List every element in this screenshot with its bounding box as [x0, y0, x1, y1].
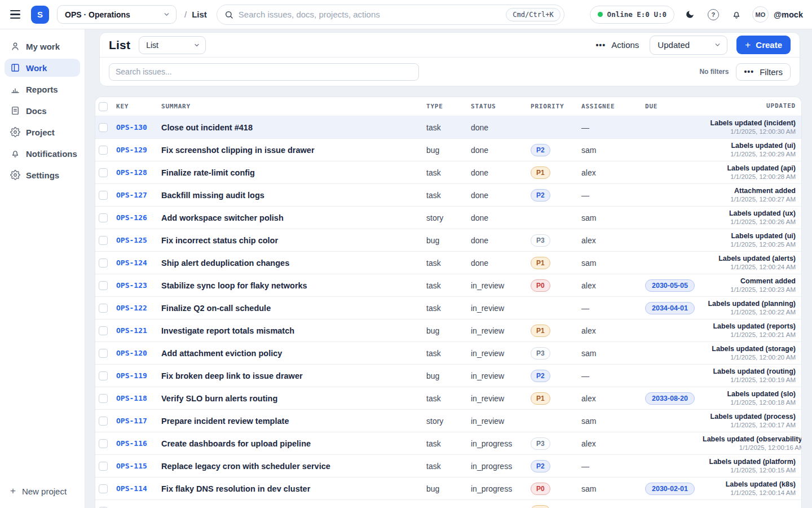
issue-key-link[interactable]: OPS-121 [116, 326, 161, 335]
issue-activity: Labels updated (slo) [727, 390, 796, 398]
table-row[interactable]: OPS-127 Backfill missing audit logs task… [95, 183, 801, 206]
row-checkbox[interactable] [99, 326, 108, 335]
issue-key-link[interactable]: OPS-125 [116, 236, 161, 244]
issue-key-link[interactable]: OPS-116 [116, 439, 161, 448]
table-row[interactable]: OPS-119 Fix broken deep link to issue dr… [95, 364, 801, 387]
sidebar-item-reports[interactable]: Reports [5, 80, 80, 98]
filters-button[interactable]: ••• Filters [736, 63, 791, 81]
theme-toggle-moon-icon[interactable] [683, 7, 698, 22]
workspace-selector[interactable]: OPS · Operations [57, 5, 176, 24]
issue-key-link[interactable]: OPS-129 [116, 146, 161, 154]
row-checkbox[interactable] [99, 417, 108, 426]
help-button[interactable]: ? [706, 7, 721, 22]
row-checkbox[interactable] [99, 304, 108, 313]
issue-status: in_review [471, 326, 531, 335]
issue-priority-cell: P2 [531, 370, 581, 382]
create-label: Create [756, 40, 782, 50]
issue-key-link[interactable]: OPS-120 [116, 349, 161, 357]
column-header-priority[interactable]: PRIORITY [531, 103, 581, 110]
issue-key-link[interactable]: OPS-126 [116, 213, 161, 222]
row-checkbox[interactable] [99, 281, 108, 290]
issue-priority-cell: P3 [531, 437, 581, 450]
sort-selector[interactable]: Updated [650, 36, 727, 55]
sidebar-item-work[interactable]: Work [5, 59, 80, 77]
table-row[interactable]: OPS-124 Ship alert deduplication changes… [95, 251, 801, 274]
table-row[interactable]: OPS-117 Prepare incident review template… [95, 409, 801, 432]
sidebar-item-my-work[interactable]: My work [5, 37, 80, 55]
issue-type: bug [426, 484, 471, 493]
actions-button[interactable]: ••• Actions [590, 37, 645, 53]
column-header-updated[interactable]: UPDATED [703, 103, 801, 110]
issue-activity: Labels updated (api) [727, 164, 796, 173]
issue-key-link[interactable]: OPS-115 [116, 462, 161, 470]
issue-key-link[interactable]: OPS-118 [116, 394, 161, 402]
sidebar-item-notifications[interactable]: Notifications [5, 144, 80, 163]
issue-key-link[interactable]: OPS-117 [116, 417, 161, 425]
sidebar-item-docs[interactable]: Docs [5, 102, 80, 120]
user-avatar[interactable]: MO [752, 6, 769, 23]
create-button[interactable]: + Create [736, 36, 791, 54]
table-row[interactable]: OPS-118 Verify SLO burn alerts routing t… [95, 387, 801, 409]
sidebar-item-project[interactable]: Project [5, 123, 80, 141]
table-row[interactable]: OPS-129 Fix screenshot clipping in issue… [95, 138, 801, 161]
notifications-bell-icon[interactable] [729, 7, 744, 22]
new-project-button[interactable]: + New project [5, 481, 80, 501]
issue-key-link[interactable]: OPS-122 [116, 304, 161, 312]
issue-key-link[interactable]: OPS-127 [116, 191, 161, 199]
table-row[interactable]: OPS-126 Add workspace switcher polish st… [95, 206, 801, 229]
table-row[interactable]: OPS-121 Investigate report totals mismat… [95, 319, 801, 341]
issue-status: in_review [471, 281, 531, 290]
sidebar-item-label: Reports [26, 85, 58, 94]
table-row[interactable]: OPS-123 Stabilize sync loop for flaky ne… [95, 274, 801, 296]
row-checkbox[interactable] [99, 236, 108, 245]
issue-key-link[interactable]: OPS-130 [116, 123, 161, 132]
column-header-summary[interactable]: SUMMARY [161, 103, 426, 110]
hamburger-menu-icon[interactable] [9, 7, 24, 22]
issue-type: bug [426, 236, 471, 245]
global-search-input[interactable] [239, 10, 501, 19]
issue-key-link[interactable]: OPS-128 [116, 168, 161, 177]
column-header-status[interactable]: STATUS [471, 103, 531, 110]
row-checkbox[interactable] [99, 168, 108, 177]
row-checkbox[interactable] [99, 462, 108, 471]
table-row[interactable]: OPS-116 Create dashboards for upload pip… [95, 432, 801, 454]
issue-summary: Backfill missing audit logs [161, 191, 426, 200]
breadcrumb[interactable]: List [192, 10, 207, 19]
table-row[interactable]: OPS-120 Add attachment eviction policy t… [95, 341, 801, 364]
row-checkbox[interactable] [99, 146, 108, 155]
table-row[interactable]: OPS-125 Fix incorrect status chip color … [95, 229, 801, 251]
select-all-checkbox[interactable] [99, 102, 108, 111]
row-checkbox[interactable] [99, 349, 108, 358]
row-checkbox[interactable] [99, 259, 108, 268]
issue-search-input[interactable] [109, 63, 419, 81]
table-row[interactable]: OPS-122 Finalize Q2 on-call schedule tas… [95, 296, 801, 319]
view-selector[interactable]: List [139, 36, 206, 54]
row-checkbox[interactable] [99, 484, 108, 493]
table-row[interactable]: P1 Labels updated (security) [95, 500, 801, 508]
row-checkbox[interactable] [99, 191, 108, 200]
row-checkbox[interactable] [99, 371, 108, 380]
row-checkbox[interactable] [99, 439, 108, 448]
row-checkbox[interactable] [99, 394, 108, 403]
column-header-due[interactable]: DUE [645, 103, 703, 110]
table-row[interactable]: OPS-114 Fix flaky DNS resolution in dev … [95, 477, 801, 500]
row-checkbox[interactable] [99, 213, 108, 222]
issue-key-link[interactable]: OPS-114 [116, 484, 161, 493]
workspace-logo[interactable]: S [31, 6, 49, 24]
issue-key-link[interactable]: OPS-124 [116, 259, 161, 267]
table-row[interactable]: OPS-130 Close out incident #418 task don… [95, 116, 801, 138]
search-icon [224, 10, 233, 19]
issue-timestamp: 1/1/2025, 12:00:30 AM [730, 128, 796, 136]
column-header-type[interactable]: TYPE [426, 103, 471, 110]
issue-key-link[interactable]: OPS-123 [116, 281, 161, 290]
issue-key-link[interactable]: OPS-119 [116, 371, 161, 380]
column-header-assignee[interactable]: ASSIGNEE [581, 103, 645, 110]
column-header-key[interactable]: KEY [116, 103, 161, 110]
row-checkbox[interactable] [99, 123, 108, 132]
table-row[interactable]: OPS-115 Replace legacy cron with schedul… [95, 454, 801, 477]
issue-timestamp: 1/1/2025, 12:00:24 AM [730, 264, 796, 271]
global-search[interactable]: Cmd/Ctrl+K [217, 5, 564, 25]
sidebar-item-settings[interactable]: Settings [5, 166, 80, 184]
table-row[interactable]: OPS-128 Finalize rate-limit config task … [95, 161, 801, 183]
issue-updated-cell: Attachment added 1/1/2025, 12:00:27 AM [703, 187, 801, 203]
